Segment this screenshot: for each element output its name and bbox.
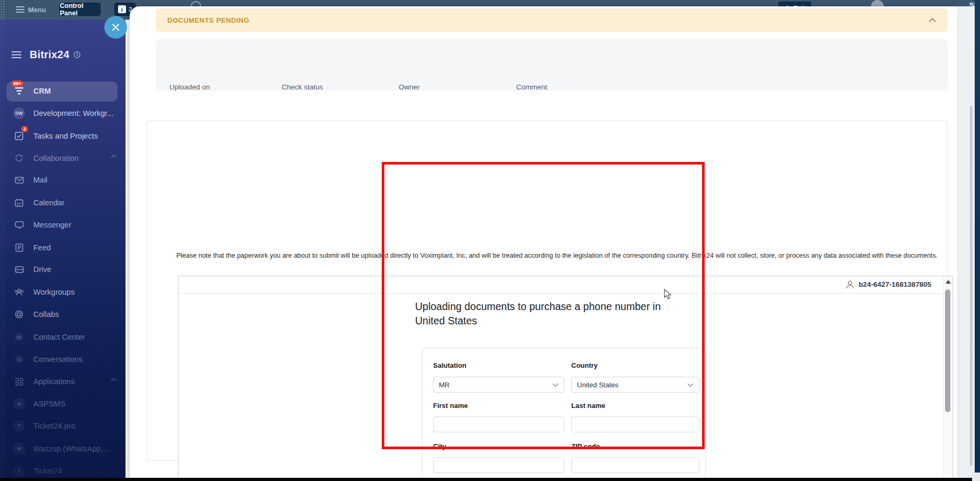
chevron-up-icon[interactable]	[111, 378, 117, 382]
sidebar-item-tasks[interactable]: 3 Tasks and Projects	[0, 126, 125, 146]
account-id-row: b24-6427-1681387805	[846, 280, 931, 289]
info-icon: i	[118, 5, 126, 13]
svg-text:C: C	[17, 357, 21, 362]
drag-dots-texture	[0, 0, 5, 20]
sidebar-item-mail[interactable]: Mail	[0, 170, 125, 190]
menu-label: Menu	[28, 6, 46, 14]
zip-code-input[interactable]	[571, 457, 699, 473]
sidebar-header: Bitrix24	[12, 49, 80, 61]
banner-title: DOCUMENTS PENDING	[167, 16, 249, 24]
ticket24-app-icon: T	[13, 465, 25, 477]
sidebar-item-workgroups[interactable]: Workgroups	[0, 282, 125, 302]
brand-logo[interactable]: Bitrix24	[30, 49, 69, 61]
hamburger-icon[interactable]	[12, 51, 21, 58]
page-scrollbar-thumb[interactable]	[970, 106, 973, 466]
svg-text:CC: CC	[16, 335, 22, 339]
crm-badge: 99+	[11, 80, 23, 87]
sidebar-item-feed[interactable]: Feed	[0, 238, 125, 258]
sidebar-item-collabs[interactable]: Collabs	[0, 304, 125, 324]
documents-pending-banner: DOCUMENTS PENDING	[156, 8, 948, 32]
bottom-bar	[0, 478, 973, 481]
city-input[interactable]	[433, 457, 564, 473]
tasks-check-icon: 3	[13, 130, 25, 142]
column-header-comment: Comment	[516, 83, 547, 91]
scroll-up-icon[interactable]	[946, 280, 951, 284]
sidebar-section-collaboration[interactable]: Collaboration	[0, 148, 125, 168]
workgroup-avatar: DW	[13, 107, 25, 119]
close-icon	[112, 23, 120, 31]
ticket24pro-app-icon: T	[13, 420, 25, 432]
contact-center-icon: CC	[13, 331, 25, 343]
chevron-up-icon[interactable]	[111, 155, 117, 158]
sidebar-item-calendar[interactable]: Calendar	[0, 193, 125, 213]
sidebar-item-aspsms[interactable]: A ASPSMS	[0, 394, 125, 414]
tasks-badge: 3	[21, 126, 28, 132]
control-panel-button[interactable]: Control Panel	[59, 3, 101, 16]
column-header-uploaded-on: Uploaded on	[169, 83, 210, 91]
close-panel-button[interactable]	[104, 16, 127, 39]
collaboration-icon	[13, 152, 25, 164]
widget-scrollbar-thumb[interactable]	[945, 289, 950, 412]
user-icon	[846, 280, 855, 289]
sidebar-section-applications[interactable]: Applications	[0, 371, 125, 392]
highlight-rectangle	[382, 162, 705, 449]
sidebar-item-conversations[interactable]: C Conversations	[0, 349, 125, 369]
sidebar-item-wazzup[interactable]: W Wazzup (WhatsApp,...	[0, 439, 125, 459]
menu-button[interactable]: Menu	[16, 3, 46, 16]
window-edge-strip	[975, 0, 980, 474]
collapse-chevron-icon[interactable]	[929, 18, 936, 22]
column-header-check-status: Check status	[282, 83, 323, 91]
widget-scrollbar[interactable]	[943, 277, 952, 481]
sidebar-item-crm[interactable]: 99+ CRM	[0, 81, 125, 101]
sidebar-item-development-workgroup[interactable]: DW Development: Workgr...	[0, 103, 125, 123]
applications-icon	[13, 376, 25, 387]
sidebar-item-contact-center[interactable]: CC Contact Center	[0, 327, 125, 347]
sidebar: Bitrix24 99+ CRM DW Development: Workgr.…	[0, 20, 125, 481]
feed-icon	[13, 242, 25, 253]
mouse-cursor	[664, 289, 672, 303]
documents-table: Uploaded on Check status Owner Comment	[156, 39, 948, 91]
sidebar-item-drive[interactable]: Drive	[0, 259, 125, 279]
bottom-right-corner	[972, 473, 980, 481]
wazzup-app-icon: W	[13, 443, 25, 455]
control-panel-label: Control Panel	[60, 2, 100, 17]
clock-icon	[74, 51, 80, 58]
calendar-icon	[13, 197, 25, 208]
column-header-owner: Owner	[399, 83, 420, 91]
workgroups-icon	[13, 286, 25, 298]
drive-icon	[13, 264, 25, 275]
mail-icon	[13, 174, 25, 186]
collabs-icon	[13, 308, 25, 320]
sidebar-item-ticket24pro[interactable]: T Ticket24.pro	[0, 416, 125, 436]
crm-funnel-icon: 99+	[13, 85, 25, 97]
sidebar-item-messenger[interactable]: Messenger	[0, 215, 125, 235]
aspsms-app-icon: A	[13, 398, 25, 410]
account-id: b24-6427-1681387805	[859, 280, 931, 288]
conversations-icon: C	[13, 353, 25, 365]
hamburger-icon	[16, 6, 24, 13]
messenger-icon	[13, 219, 25, 231]
